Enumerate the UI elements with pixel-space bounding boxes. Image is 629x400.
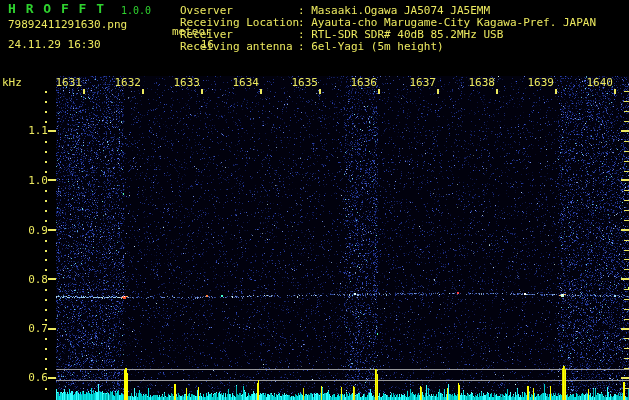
app-version: 1.0.0 [121,5,151,17]
spectrogram-canvas [0,0,629,400]
x-tick-label: 1632 [113,77,141,89]
x-tick-label: 1638 [467,77,495,89]
record-datetime: 24.11.29 16:30 [8,39,101,51]
x-tick-label: 1634 [231,77,259,89]
y-tick-label: 0.7 [18,323,48,335]
antenna-value: 6el-Yagi (5m height) [311,40,443,53]
x-tick-label: 1631 [54,77,82,89]
output-filename: 79892411291630.png [8,19,127,31]
x-tick-label: 1639 [526,77,554,89]
x-tick-label: 1633 [172,77,200,89]
header-row-antenna: Receiving antenna: 6el-Yagi (5m height) [180,41,444,53]
y-tick-label: 0.9 [18,225,48,237]
x-tick-label: 1636 [349,77,377,89]
hrofft-window: H R O F F T 1.0.0 79892411291630.png met… [0,0,629,400]
antenna-label: Receiving antenna [180,41,298,53]
x-tick-label: 1640 [585,77,613,89]
app-title: H R O F F T [8,3,105,15]
y-tick-label: 1.1 [18,125,48,137]
x-tick-label: 1635 [290,77,318,89]
y-tick-label: 0.6 [18,372,48,384]
y-tick-label: 1.0 [18,175,48,187]
y-tick-label: 0.8 [18,274,48,286]
y-axis-unit: kHz [2,77,22,89]
x-tick-label: 1637 [408,77,436,89]
separator: : [298,40,311,53]
